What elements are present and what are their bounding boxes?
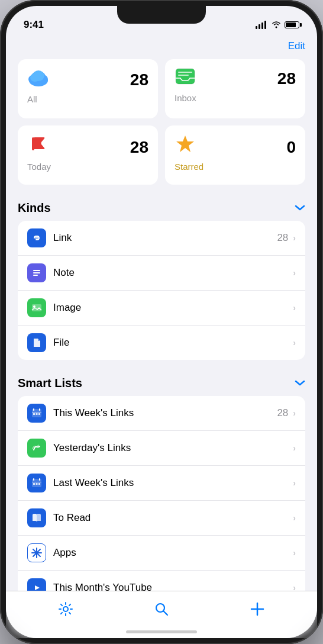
kinds-chevron[interactable] <box>295 202 305 214</box>
last-week-chevron: › <box>293 478 296 488</box>
svg-rect-8 <box>178 72 192 73</box>
apps-label: Apps <box>53 547 293 559</box>
header: Edit <box>18 36 305 59</box>
smart-list-youtube[interactable]: This Month's YouTube › <box>18 571 305 591</box>
svg-rect-9 <box>178 75 189 76</box>
svg-point-45 <box>63 607 68 611</box>
svg-rect-28 <box>38 413 40 415</box>
card-today-count: 28 <box>130 138 148 157</box>
kinds-list: Link 28 › Note › <box>18 221 305 360</box>
kinds-item-note[interactable]: Note › <box>18 256 305 291</box>
card-starred-label: Starred <box>175 162 296 172</box>
smart-list-apps[interactable]: Apps › <box>18 536 305 571</box>
svg-rect-23 <box>33 408 34 411</box>
yesterday-icon <box>27 439 46 458</box>
svg-rect-16 <box>33 275 38 276</box>
youtube-label: This Month's YouTube <box>53 582 293 591</box>
kinds-section-header: Kinds <box>18 199 305 221</box>
smart-list-yesterday[interactable]: Yesterday's Links › <box>18 431 305 466</box>
svg-rect-25 <box>32 412 41 413</box>
signal-icon <box>256 21 266 29</box>
this-week-count: 28 <box>277 407 288 419</box>
apps-chevron: › <box>293 548 296 558</box>
settings-tab[interactable] <box>53 596 79 622</box>
svg-point-5 <box>30 73 40 82</box>
kinds-item-file[interactable]: File › <box>18 326 305 360</box>
card-all-count: 28 <box>130 70 148 89</box>
smart-list-to-read[interactable]: To Read › <box>18 501 305 536</box>
card-today-label: Today <box>27 162 148 172</box>
file-label: File <box>53 337 293 349</box>
card-inbox-label: Inbox <box>175 93 296 103</box>
this-week-icon <box>27 404 46 423</box>
smart-lists-list: This Week's Links 28 › Yesterday's Links <box>18 396 305 591</box>
kinds-item-image[interactable]: Image › <box>18 291 305 326</box>
card-starred-count: 0 <box>286 138 296 157</box>
add-tab[interactable] <box>244 596 270 622</box>
link-icon <box>27 228 46 247</box>
apps-icon <box>27 543 46 562</box>
star-icon <box>175 134 296 157</box>
file-chevron: › <box>293 338 296 347</box>
card-all[interactable]: 28 All <box>18 59 158 118</box>
card-today[interactable]: 28 Today <box>18 125 158 185</box>
yesterday-chevron: › <box>293 443 296 453</box>
image-label: Image <box>53 302 293 314</box>
note-label: Note <box>53 267 293 279</box>
image-chevron: › <box>293 303 296 313</box>
search-tab[interactable] <box>148 596 175 622</box>
battery-icon <box>285 21 299 28</box>
phone-screen: 9:41 <box>6 6 317 638</box>
search-icon <box>154 601 169 617</box>
kinds-title: Kinds <box>18 201 51 215</box>
svg-rect-6 <box>176 69 195 84</box>
smart-list-last-week[interactable]: Last Week's Links › <box>18 466 305 501</box>
home-indicator <box>126 630 197 633</box>
svg-rect-37 <box>38 483 40 485</box>
image-icon <box>27 298 46 317</box>
this-week-label: This Week's Links <box>53 407 277 419</box>
svg-line-47 <box>164 611 168 615</box>
to-read-chevron: › <box>293 513 296 523</box>
svg-rect-15 <box>33 272 40 273</box>
svg-rect-27 <box>36 413 38 415</box>
youtube-icon <box>27 578 46 591</box>
smart-lists-chevron[interactable] <box>295 377 305 389</box>
smart-list-this-week[interactable]: This Week's Links 28 › <box>18 396 305 431</box>
status-time: 9:41 <box>24 19 44 31</box>
svg-rect-35 <box>33 483 35 485</box>
settings-icon <box>58 601 73 617</box>
status-icons <box>256 20 299 30</box>
add-icon <box>250 601 265 617</box>
yesterday-label: Yesterday's Links <box>53 442 293 454</box>
svg-rect-26 <box>33 413 35 415</box>
svg-rect-32 <box>33 478 34 481</box>
svg-rect-10 <box>32 137 34 150</box>
svg-rect-14 <box>33 270 40 271</box>
smart-lists-title: Smart Lists <box>18 376 82 390</box>
svg-rect-24 <box>39 408 40 411</box>
last-week-label: Last Week's Links <box>53 477 293 489</box>
edit-button[interactable]: Edit <box>288 40 305 52</box>
last-week-icon <box>27 474 46 492</box>
link-count: 28 <box>277 232 288 244</box>
to-read-label: To Read <box>53 512 293 524</box>
link-label: Link <box>53 232 277 244</box>
card-inbox[interactable]: 28 Inbox <box>165 59 305 118</box>
link-chevron: › <box>293 233 296 243</box>
wifi-icon <box>272 20 281 30</box>
svg-rect-33 <box>39 478 40 481</box>
kinds-item-link[interactable]: Link 28 › <box>18 221 305 256</box>
phone-frame: 9:41 <box>0 0 323 644</box>
card-starred[interactable]: 0 Starred <box>165 125 305 185</box>
main-content: Edit 28 <box>6 36 317 591</box>
summary-cards: 28 All 28 Inbox <box>18 59 305 185</box>
file-icon <box>27 333 46 352</box>
notch <box>117 6 206 24</box>
note-icon <box>27 263 46 282</box>
youtube-chevron: › <box>293 583 296 591</box>
card-all-label: All <box>27 94 148 104</box>
svg-rect-36 <box>36 483 38 485</box>
svg-rect-34 <box>32 482 41 482</box>
this-week-chevron: › <box>293 408 296 418</box>
